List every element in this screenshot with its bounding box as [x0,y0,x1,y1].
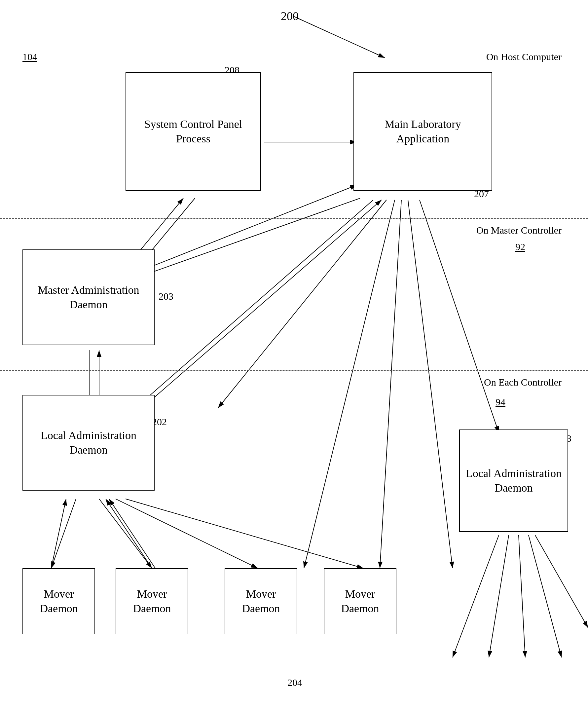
svg-line-2 [294,17,385,58]
mover2-label: Mover Daemon [120,587,184,616]
ref-203-master: 203 [158,291,173,302]
svg-line-6 [137,198,360,277]
master-admin-box: Master Administration Daemon [23,249,155,345]
dashed-line-master [0,370,588,371]
svg-line-26 [519,535,525,657]
svg-line-23 [109,499,155,568]
main-lab-label: Main Laboratory Application [357,117,488,146]
system-control-label: System Control Panel Process [129,117,257,146]
svg-line-27 [529,535,562,657]
mover-daemon-2-box: Mover Daemon [116,568,188,634]
svg-line-28 [535,535,588,628]
svg-line-21 [116,499,258,568]
svg-line-16 [408,200,452,568]
svg-line-25 [489,535,509,657]
local-admin-left-box: Local Administration Daemon [23,395,155,491]
label-104: 104 [23,51,37,62]
label-on-host: On Host Computer [486,51,562,62]
ref-200: 200 [281,9,299,23]
mover-daemon-3-box: Mover Daemon [225,568,297,634]
svg-line-7 [140,185,357,271]
label-92: 92 [515,241,525,253]
svg-line-17 [51,499,76,568]
label-on-each: On Each Controller [484,377,562,388]
system-control-box: System Control Panel Process [125,72,261,191]
master-admin-label: Master Administration Daemon [26,283,151,312]
svg-line-14 [304,200,395,568]
label-94: 94 [496,396,505,408]
local-admin-right-label: Local Administration Daemon [463,466,564,495]
dashed-line-host [0,218,588,219]
local-admin-left-label: Local Administration Daemon [26,428,151,457]
diagram: 104 On Host Computer On Master Controlle… [0,0,588,708]
svg-line-22 [125,499,363,568]
svg-line-24 [452,535,499,657]
main-lab-box: Main Laboratory Application [353,72,492,191]
svg-line-19 [99,499,152,568]
svg-line-10 [136,200,373,408]
svg-line-11 [142,200,382,408]
mover4-label: Mover Daemon [328,587,392,616]
svg-line-15 [380,200,401,568]
mover-daemon-1-box: Mover Daemon [23,568,95,634]
svg-line-18 [51,499,66,568]
label-on-master: On Master Controller [476,225,562,236]
mover-daemon-4-box: Mover Daemon [324,568,396,634]
ref-204: 204 [287,677,302,688]
mover1-label: Mover Daemon [26,587,91,616]
svg-line-20 [106,499,152,568]
svg-line-13 [218,200,386,408]
mover3-label: Mover Daemon [229,587,293,616]
local-admin-right-box: Local Administration Daemon [459,430,568,532]
